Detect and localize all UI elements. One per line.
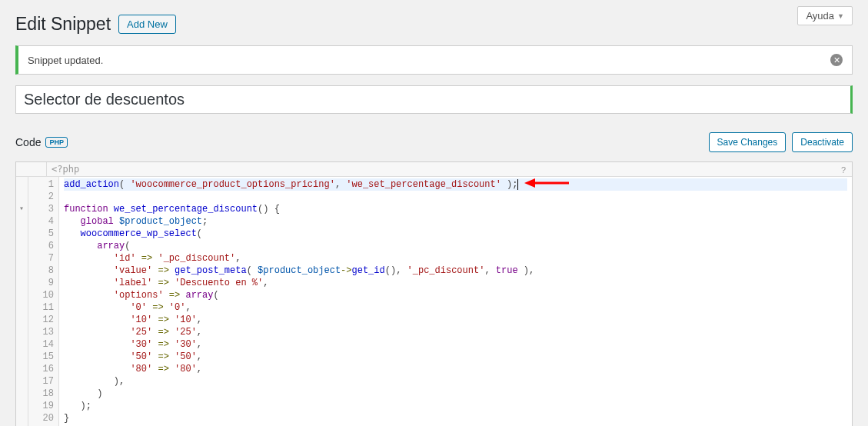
code-line[interactable]: global $product_object; (64, 215, 847, 228)
close-icon: ✕ (833, 55, 840, 65)
page-title: Edit Snippet (15, 14, 111, 35)
php-open-tag: <?php (47, 162, 84, 176)
code-line[interactable]: add_action( 'woocommerce_product_options… (64, 178, 847, 191)
code-line[interactable]: ); (64, 400, 847, 412)
code-line[interactable]: function we_set_percentage_discount() { (64, 203, 847, 215)
fold-toggle-icon[interactable]: ▾ (19, 203, 24, 215)
code-line[interactable]: woocommerce_wp_select( (64, 228, 847, 240)
success-notice: Snippet updated. ✕ (15, 45, 853, 75)
chevron-down-icon: ▼ (837, 12, 844, 20)
code-line[interactable]: '50' => '50', (64, 351, 847, 363)
code-line[interactable] (64, 191, 847, 203)
language-badge: PHP (45, 137, 68, 148)
code-line[interactable]: } (64, 412, 847, 424)
code-line[interactable]: array( (64, 240, 847, 252)
code-line[interactable]: 'id' => '_pc_discount', (64, 252, 847, 265)
code-content[interactable]: add_action( 'woocommerce_product_options… (59, 177, 852, 426)
code-line[interactable]: 'label' => 'Descuento en %', (64, 277, 847, 289)
help-dropdown-button[interactable]: Ayuda ▼ (797, 6, 853, 25)
code-line[interactable]: ), (64, 375, 847, 388)
dismiss-notice-button[interactable]: ✕ (830, 54, 843, 66)
snippet-title-input[interactable] (15, 85, 853, 114)
help-label: Ayuda (806, 10, 834, 22)
code-editor[interactable]: ? <?php ▾ 123456789101112131415161718192… (15, 161, 853, 426)
deactivate-button[interactable]: Deactivate (792, 132, 853, 152)
editor-help-icon[interactable]: ? (841, 165, 846, 175)
code-line[interactable]: 'options' => array( (64, 289, 847, 301)
save-changes-button[interactable]: Save Changes (709, 132, 787, 152)
code-line[interactable]: '0' => '0', (64, 301, 847, 314)
code-line[interactable]: '10' => '10', (64, 314, 847, 326)
code-line[interactable]: '25' => '25', (64, 326, 847, 338)
add-new-button[interactable]: Add New (118, 15, 176, 34)
code-line[interactable]: 'value' => get_post_meta( $product_objec… (64, 265, 847, 277)
code-line[interactable]: ) (64, 388, 847, 400)
code-section-label: Code (15, 136, 41, 148)
code-line[interactable]: '30' => '30', (64, 338, 847, 351)
line-number-gutter: 1234567891011121314151617181920 (28, 177, 59, 426)
notice-message: Snippet updated. (28, 55, 103, 66)
code-line[interactable]: '80' => '80', (64, 363, 847, 375)
